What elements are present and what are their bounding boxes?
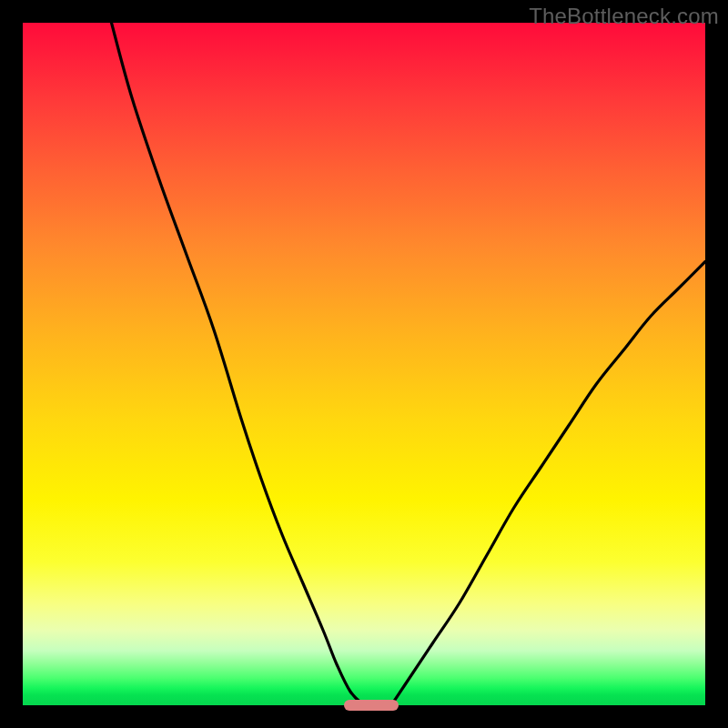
curve-right [391, 262, 705, 706]
optimal-range-marker [344, 700, 399, 711]
curve-left [112, 23, 365, 705]
chart-frame: TheBottleneck.com [0, 0, 728, 728]
attribution-text: TheBottleneck.com [529, 4, 719, 29]
plot-area [23, 23, 705, 705]
bottleneck-curve [23, 23, 705, 705]
